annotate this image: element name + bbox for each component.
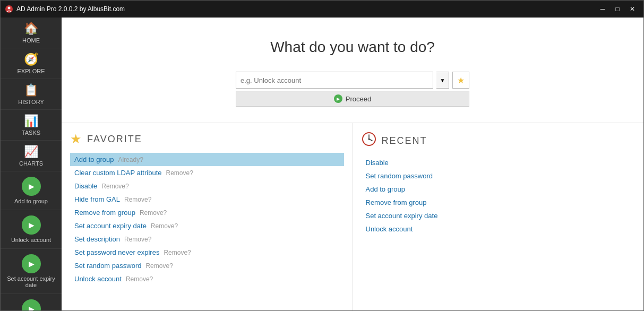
recent-title: RECENT xyxy=(382,135,427,146)
title-bar: AD Admin Pro 2.0.0.2 by AlbusBit.com ─ □… xyxy=(1,1,643,18)
favorite-item-action[interactable]: Remove? xyxy=(140,209,167,217)
favorite-list-item[interactable]: Set random password Remove? xyxy=(70,259,344,272)
add-group-play-icon xyxy=(22,177,41,196)
favorite-item-action[interactable]: Remove? xyxy=(166,169,193,177)
favorite-item-name: Disable xyxy=(74,182,97,190)
recent-item-name: Set random password xyxy=(366,172,433,180)
sidebar-item-tasks[interactable]: 📊 TASKS xyxy=(1,110,62,141)
remove-play-icon xyxy=(22,299,41,310)
recent-item-name: Add to group xyxy=(366,185,405,193)
proceed-label: Proceed xyxy=(346,95,371,103)
expiry-play-icon xyxy=(22,254,41,273)
svg-point-1 xyxy=(8,7,11,10)
sidebar-label-history: HISTORY xyxy=(18,99,44,105)
sidebar-label-home: HOME xyxy=(22,37,40,44)
favorite-list-item[interactable]: Add to group Already? xyxy=(70,153,344,166)
recent-list-item[interactable]: Remove from group xyxy=(362,196,636,209)
sidebar-label-charts: CHARTS xyxy=(19,160,43,167)
favorite-item-action[interactable]: Remove? xyxy=(124,196,151,203)
favorite-panel: ★ FAVORITE Add to group Already?Clear cu… xyxy=(62,123,353,310)
recent-clock-icon xyxy=(362,132,376,150)
sidebar-item-charts[interactable]: 📈 CHARTS xyxy=(1,141,62,171)
favorite-list-item[interactable]: Remove from group Remove? xyxy=(70,206,344,219)
history-icon: 📋 xyxy=(24,83,38,97)
recent-list-item[interactable]: Add to group xyxy=(362,183,636,196)
recent-list: DisableSet random passwordAdd to groupRe… xyxy=(362,156,636,236)
charts-icon: 📈 xyxy=(24,145,38,159)
close-button[interactable]: ✕ xyxy=(625,4,639,14)
sidebar-task-set-expiry[interactable]: Set account expiry date xyxy=(1,249,62,294)
home-icon: 🏠 xyxy=(24,22,38,36)
sidebar-item-explore[interactable]: 🧭 EXPLORE xyxy=(1,48,62,79)
favorite-item-name: Set account expiry date xyxy=(74,222,147,230)
recent-item-name: Unlock account xyxy=(366,225,413,233)
favorite-item-name: Clear custom LDAP attribute xyxy=(74,169,162,177)
explore-icon: 🧭 xyxy=(24,53,38,66)
proceed-button[interactable]: Proceed xyxy=(236,91,469,107)
sidebar-task-label-unlock: Unlock account xyxy=(11,237,51,243)
sidebar-task-remove[interactable]: Remove from xyxy=(1,294,62,310)
recent-item-name: Disable xyxy=(366,159,389,167)
recent-list-item[interactable]: Set random password xyxy=(362,169,636,183)
proceed-row: Proceed xyxy=(236,91,469,107)
sidebar-task-add-to-group[interactable]: Add to group xyxy=(1,171,62,210)
favorite-item-action[interactable]: Remove? xyxy=(151,222,178,230)
favorite-toggle-button[interactable]: ★ xyxy=(452,72,469,89)
favorite-item-name: Set description xyxy=(74,235,120,243)
favorite-item-action[interactable]: Remove? xyxy=(145,262,173,270)
recent-list-item[interactable]: Disable xyxy=(362,156,636,169)
app-window: AD Admin Pro 2.0.0.2 by AlbusBit.com ─ □… xyxy=(0,0,644,311)
tasks-icon: 📊 xyxy=(24,114,38,128)
favorite-item-action[interactable]: Remove? xyxy=(126,275,153,283)
favorite-list-item[interactable]: Set password never expires Remove? xyxy=(70,246,344,259)
sidebar-task-unlock[interactable]: Unlock account xyxy=(1,210,62,249)
search-row: ▼ ★ xyxy=(236,72,469,89)
task-search-input[interactable] xyxy=(236,72,433,89)
main-top-area: What do you want to do? ▼ ★ Proceed xyxy=(62,18,643,123)
sidebar-task-label-expiry: Set account expiry date xyxy=(3,275,59,288)
bottom-panels: ★ FAVORITE Add to group Already?Clear cu… xyxy=(62,123,643,310)
search-dropdown-button[interactable]: ▼ xyxy=(436,72,449,89)
favorite-list-item[interactable]: Set description Remove? xyxy=(70,232,344,246)
sidebar-label-explore: EXPLORE xyxy=(18,68,45,74)
favorite-list: Add to group Already?Clear custom LDAP a… xyxy=(70,153,344,286)
sidebar-item-history[interactable]: 📋 HISTORY xyxy=(1,79,62,110)
favorite-item-name: Unlock account xyxy=(74,275,122,283)
favorite-item-name: Set random password xyxy=(74,262,141,270)
favorite-list-item[interactable]: Hide from GAL Remove? xyxy=(70,193,344,206)
window-controls: ─ □ ✕ xyxy=(596,4,639,14)
favorite-item-name: Hide from GAL xyxy=(74,195,120,203)
sidebar: 🏠 HOME 🧭 EXPLORE 📋 HISTORY 📊 TASKS 📈 CHA… xyxy=(1,18,62,310)
favorite-list-item[interactable]: Clear custom LDAP attribute Remove? xyxy=(70,166,344,179)
recent-panel: RECENT DisableSet random passwordAdd to … xyxy=(353,123,644,310)
proceed-play-icon xyxy=(334,94,342,103)
favorite-item-action[interactable]: Already? xyxy=(118,156,143,163)
favorite-item-name: Add to group xyxy=(74,156,114,163)
favorite-header: ★ FAVORITE xyxy=(70,132,344,146)
favorite-title: FAVORITE xyxy=(87,134,142,145)
favorite-item-action[interactable]: Remove? xyxy=(124,236,151,243)
maximize-button[interactable]: □ xyxy=(611,4,624,14)
recent-header: RECENT xyxy=(362,132,636,150)
favorite-item-name: Set password never expires xyxy=(74,248,159,256)
favorite-item-action[interactable]: Remove? xyxy=(164,249,191,256)
sidebar-item-home[interactable]: 🏠 HOME xyxy=(1,18,62,48)
app-body: 🏠 HOME 🧭 EXPLORE 📋 HISTORY 📊 TASKS 📈 CHA… xyxy=(1,18,643,310)
svg-point-5 xyxy=(368,139,370,140)
favorite-list-item[interactable]: Set account expiry date Remove? xyxy=(70,219,344,232)
favorite-item-name: Remove from group xyxy=(74,209,135,217)
window-title: AD Admin Pro 2.0.0.2 by AlbusBit.com xyxy=(16,5,596,13)
page-title: What do you want to do? xyxy=(270,39,435,56)
unlock-play-icon xyxy=(22,215,41,235)
favorite-list-item[interactable]: Disable Remove? xyxy=(70,179,344,193)
recent-list-item[interactable]: Unlock account xyxy=(362,222,636,236)
app-icon xyxy=(5,5,13,13)
minimize-button[interactable]: ─ xyxy=(596,4,609,14)
main-content: What do you want to do? ▼ ★ Proceed xyxy=(62,18,643,310)
favorite-list-item[interactable]: Unlock account Remove? xyxy=(70,272,344,286)
recent-item-name: Remove from group xyxy=(366,198,427,206)
recent-list-item[interactable]: Set account expiry date xyxy=(362,209,636,222)
sidebar-task-label-add: Add to group xyxy=(14,198,48,204)
favorite-item-action[interactable]: Remove? xyxy=(101,183,128,190)
favorite-star-icon: ★ xyxy=(70,132,82,146)
